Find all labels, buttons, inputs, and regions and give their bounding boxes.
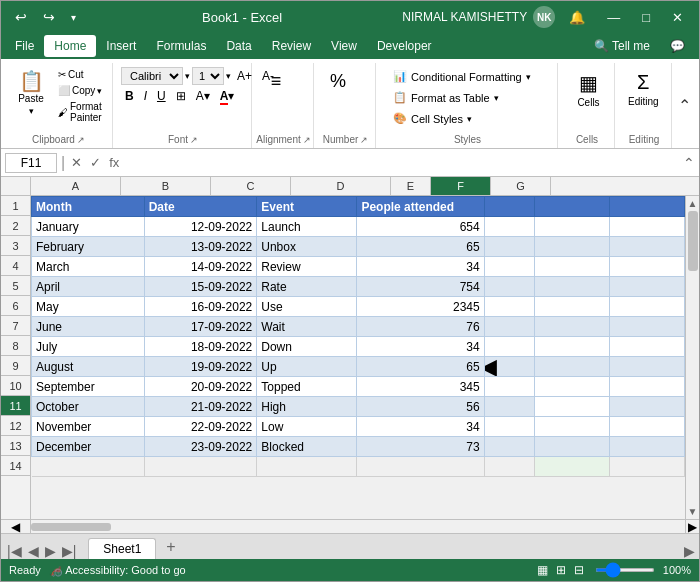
cell-b11[interactable]: 21-09-2022 bbox=[144, 397, 257, 417]
cell-c2[interactable]: Launch bbox=[257, 217, 357, 237]
cell-d8[interactable]: 34 bbox=[357, 337, 484, 357]
cell-b3[interactable]: 13-09-2022 bbox=[144, 237, 257, 257]
normal-view-button[interactable]: ▦ bbox=[534, 562, 551, 578]
cell-e4[interactable] bbox=[484, 257, 534, 277]
cell-c1[interactable]: Event bbox=[257, 197, 357, 217]
cell-g6[interactable] bbox=[609, 297, 684, 317]
scroll-up-arrow[interactable]: ▲ bbox=[686, 196, 699, 211]
format-painter-button[interactable]: 🖌 Format Painter bbox=[53, 99, 107, 125]
cell-a2[interactable]: January bbox=[32, 217, 145, 237]
menu-view[interactable]: View bbox=[321, 35, 367, 57]
cells-button[interactable]: ▦ Cells bbox=[566, 67, 611, 112]
cell-a8[interactable]: July bbox=[32, 337, 145, 357]
cut-button[interactable]: ✂ Cut bbox=[53, 67, 107, 82]
cell-g7[interactable] bbox=[609, 317, 684, 337]
menu-insert[interactable]: Insert bbox=[96, 35, 146, 57]
cell-f8[interactable] bbox=[534, 337, 609, 357]
row-header-7[interactable]: 7 bbox=[1, 316, 30, 336]
italic-button[interactable]: I bbox=[140, 87, 151, 105]
cell-e10[interactable] bbox=[484, 377, 534, 397]
cell-b7[interactable]: 17-09-2022 bbox=[144, 317, 257, 337]
row-header-13[interactable]: 13 bbox=[1, 436, 30, 456]
cell-f4[interactable] bbox=[534, 257, 609, 277]
cell-e13[interactable] bbox=[484, 437, 534, 457]
bold-button[interactable]: B bbox=[121, 87, 138, 105]
h-scroll-left[interactable]: ◀ bbox=[1, 520, 31, 533]
undo-button[interactable]: ↩ bbox=[9, 7, 33, 27]
clipboard-expand-icon[interactable]: ↗ bbox=[77, 135, 85, 145]
cell-d7[interactable]: 76 bbox=[357, 317, 484, 337]
cell-b8[interactable]: 18-09-2022 bbox=[144, 337, 257, 357]
cell-g11[interactable] bbox=[609, 397, 684, 417]
scroll-thumb[interactable] bbox=[688, 211, 698, 271]
menu-comments[interactable]: 💬 bbox=[660, 35, 695, 57]
cell-f2[interactable] bbox=[534, 217, 609, 237]
cell-g3[interactable] bbox=[609, 237, 684, 257]
cell-g8[interactable] bbox=[609, 337, 684, 357]
cell-g10[interactable] bbox=[609, 377, 684, 397]
cell-e14[interactable] bbox=[484, 457, 534, 477]
prev-sheet-nav[interactable]: ◀ bbox=[26, 543, 41, 559]
cell-a4[interactable]: March bbox=[32, 257, 145, 277]
cell-f13[interactable] bbox=[534, 437, 609, 457]
cell-a11[interactable]: October bbox=[32, 397, 145, 417]
last-sheet-nav[interactable]: ▶| bbox=[60, 543, 79, 559]
cell-f5[interactable] bbox=[534, 277, 609, 297]
cell-a7[interactable]: June bbox=[32, 317, 145, 337]
menu-home[interactable]: Home bbox=[44, 35, 96, 57]
cell-c8[interactable]: Down bbox=[257, 337, 357, 357]
cell-b6[interactable]: 16-09-2022 bbox=[144, 297, 257, 317]
user-avatar[interactable]: NK bbox=[533, 6, 555, 28]
scroll-down-arrow[interactable]: ▼ bbox=[686, 504, 699, 519]
sheet-tab-sheet1[interactable]: Sheet1 bbox=[88, 538, 156, 559]
grid-scroll-area[interactable]: Month Date Event People attended January… bbox=[31, 196, 685, 519]
cell-c6[interactable]: Use bbox=[257, 297, 357, 317]
cell-a1[interactable]: Month bbox=[32, 197, 145, 217]
font-expand-icon[interactable]: ↗ bbox=[190, 135, 198, 145]
cell-e12[interactable] bbox=[484, 417, 534, 437]
cell-f6[interactable] bbox=[534, 297, 609, 317]
row-header-1[interactable]: 1 bbox=[1, 196, 30, 216]
cell-b2[interactable]: 12-09-2022 bbox=[144, 217, 257, 237]
cell-d4[interactable]: 34 bbox=[357, 257, 484, 277]
col-header-f[interactable]: F bbox=[431, 177, 491, 195]
row-header-5[interactable]: 5 bbox=[1, 276, 30, 296]
cell-b14[interactable] bbox=[144, 457, 257, 477]
cell-c9[interactable]: Up bbox=[257, 357, 357, 377]
cell-f12[interactable] bbox=[534, 417, 609, 437]
row-header-9[interactable]: 9 bbox=[1, 356, 30, 376]
col-header-g[interactable]: G bbox=[491, 177, 551, 195]
fill-color-button[interactable]: A▾ bbox=[192, 87, 214, 105]
cell-c5[interactable]: Rate bbox=[257, 277, 357, 297]
cell-d13[interactable]: 73 bbox=[357, 437, 484, 457]
cell-d5[interactable]: 754 bbox=[357, 277, 484, 297]
cell-a6[interactable]: May bbox=[32, 297, 145, 317]
cell-e1[interactable] bbox=[484, 197, 534, 217]
row-header-12[interactable]: 12 bbox=[1, 416, 30, 436]
cell-f7[interactable] bbox=[534, 317, 609, 337]
row-header-14[interactable]: 14 bbox=[1, 456, 30, 476]
editing-button[interactable]: Σ Editing bbox=[623, 67, 664, 111]
cell-b10[interactable]: 20-09-2022 bbox=[144, 377, 257, 397]
formula-expand-icon[interactable]: ⌃ bbox=[683, 155, 695, 171]
copy-button[interactable]: ⬜ Copy ▾ bbox=[53, 83, 107, 98]
increase-font-button[interactable]: A+ bbox=[233, 67, 256, 85]
cell-g12[interactable] bbox=[609, 417, 684, 437]
cell-g13[interactable] bbox=[609, 437, 684, 457]
cell-a10[interactable]: September bbox=[32, 377, 145, 397]
cell-e11[interactable] bbox=[484, 397, 534, 417]
row-header-2[interactable]: 2 bbox=[1, 216, 30, 236]
cell-b12[interactable]: 22-09-2022 bbox=[144, 417, 257, 437]
next-sheet-nav[interactable]: ▶ bbox=[43, 543, 58, 559]
cell-d3[interactable]: 65 bbox=[357, 237, 484, 257]
cell-g14[interactable] bbox=[609, 457, 684, 477]
underline-button[interactable]: U bbox=[153, 87, 170, 105]
cell-e5[interactable] bbox=[484, 277, 534, 297]
cell-e2[interactable] bbox=[484, 217, 534, 237]
menu-review[interactable]: Review bbox=[262, 35, 321, 57]
menu-file[interactable]: File bbox=[5, 35, 44, 57]
copy-dropdown[interactable]: ▾ bbox=[97, 86, 102, 96]
border-button[interactable]: ⊞ bbox=[172, 87, 190, 105]
number-expand-icon[interactable]: ↗ bbox=[360, 135, 368, 145]
cell-e8[interactable] bbox=[484, 337, 534, 357]
